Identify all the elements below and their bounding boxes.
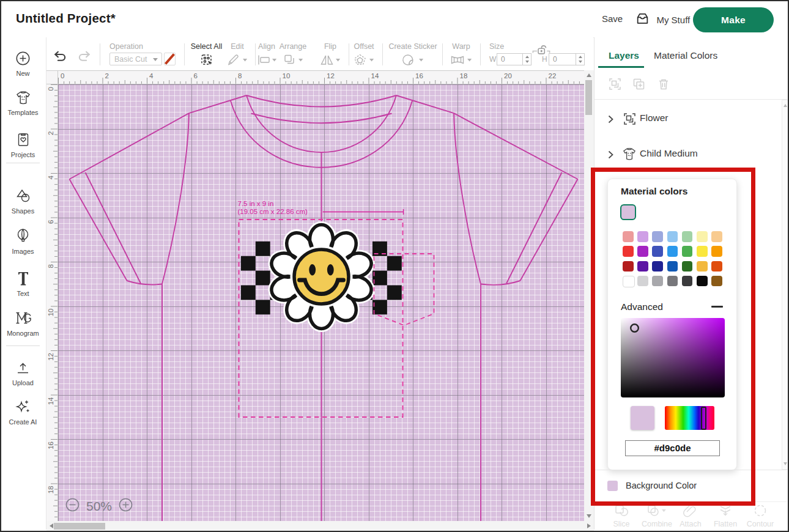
height-value: 0: [553, 55, 557, 64]
offset-icon: [350, 54, 378, 68]
hscroll-right-arrow[interactable]: [587, 523, 591, 528]
edit-icon: [225, 54, 250, 68]
operation-color-swatch[interactable]: [164, 53, 176, 65]
undo-button[interactable]: [54, 51, 67, 64]
header: Untitled Project* Save My Stuff Make: [0, 0, 787, 37]
sidebar-item-label: Monogram: [0, 330, 46, 337]
flatten-icon: [717, 504, 733, 517]
zoom-out-button[interactable]: [65, 498, 80, 514]
canvas-grid[interactable]: 7.5 in x 9 in (19.05 cm x 22.86 cm) 50%: [58, 84, 584, 521]
ruler-number: 8: [238, 72, 242, 79]
select-all-icon: [188, 54, 224, 68]
ruler-number: 10: [282, 72, 290, 79]
layer-group-button[interactable]: [609, 78, 621, 93]
vscroll-up-arrow[interactable]: [587, 73, 591, 77]
expand-chevron-icon[interactable]: [608, 150, 613, 159]
toolbar-separator-7: [480, 43, 481, 65]
edit-button[interactable]: Edit: [225, 42, 250, 68]
warp-button[interactable]: Warp: [447, 42, 475, 68]
projects-icon: [17, 139, 30, 149]
create-sticker-icon: [387, 54, 439, 68]
width-value: 0: [501, 55, 505, 64]
edit-toolbar: Operation Basic Cut Select All Edit Al: [46, 37, 593, 70]
sidebar-item-label: Images: [0, 248, 46, 255]
sidebar-item-new[interactable]: New: [0, 51, 46, 77]
ruler-number: 6: [47, 220, 54, 224]
tab-layers[interactable]: Layers: [609, 50, 639, 61]
operation-caret-icon: [153, 58, 158, 61]
create-ai-icon: [15, 406, 31, 416]
hscroll-left-arrow[interactable]: [50, 523, 53, 528]
redo-button[interactable]: [77, 51, 91, 64]
save-button[interactable]: Save: [602, 13, 623, 24]
sidebar-item-images[interactable]: Images: [0, 228, 46, 255]
toolbar-separator-5: [382, 43, 383, 65]
layer-duplicate-button[interactable]: [632, 78, 645, 93]
flatten-button[interactable]: Flatten: [711, 504, 740, 528]
combine-button[interactable]: Combine: [641, 504, 673, 528]
layer-row-flower[interactable]: Flower: [595, 106, 778, 133]
ruler-number: 20: [504, 72, 512, 79]
select-all-button[interactable]: Select All: [188, 42, 224, 68]
canvas-hscrollbar[interactable]: [46, 521, 594, 531]
toolbar-separator-1: [100, 43, 100, 65]
offset-button[interactable]: Offset: [350, 42, 378, 68]
project-title[interactable]: Untitled Project*: [16, 11, 116, 26]
zoom-in-button[interactable]: [119, 498, 133, 514]
vscroll-thumb[interactable]: [585, 80, 592, 115]
ruler-number: 16: [415, 72, 423, 79]
create-sticker-button[interactable]: Create Sticker: [387, 42, 439, 68]
sidebar-item-label: New: [0, 70, 46, 77]
sidebar-item-create-ai[interactable]: Create AI: [0, 399, 46, 426]
combine-label: Combine: [641, 520, 673, 528]
selection-dimensions-line2: (19.05 cm x 22.86 cm): [237, 208, 308, 215]
sidebar-item-templates[interactable]: Templates: [0, 91, 46, 116]
ruler-number: 12: [47, 353, 54, 361]
toolbar-separator-4: [349, 43, 349, 65]
my-stuff-button[interactable]: My Stuff: [635, 12, 690, 28]
sidebar-item-text[interactable]: Text: [0, 270, 46, 297]
layer-delete-button[interactable]: [658, 78, 670, 93]
slice-button[interactable]: Slice: [609, 504, 634, 528]
panel-scroll-up-arrow[interactable]: [783, 104, 787, 107]
zoom-controls: 50%: [65, 498, 133, 514]
selection-dimensions-line1: 7.5 in x 9 in: [237, 200, 273, 207]
height-stepper[interactable]: 0: [549, 53, 585, 65]
ruler-left: 024681012141618: [46, 84, 58, 521]
width-stepper[interactable]: 0: [497, 53, 532, 65]
height-stepper-arrows[interactable]: [576, 54, 584, 65]
ruler-number: 0: [61, 72, 64, 79]
flip-icon: [319, 54, 342, 68]
attach-label: Attach: [676, 520, 705, 528]
contour-icon: [753, 504, 768, 517]
zoom-level: 50%: [86, 499, 112, 513]
tab-layers-underline: [598, 66, 644, 68]
vscroll-down-arrow[interactable]: [587, 514, 591, 518]
hscroll-thumb[interactable]: [54, 523, 105, 530]
ruler-number: 6: [193, 72, 197, 79]
flip-button[interactable]: Flip: [319, 42, 342, 68]
tab-material-colors[interactable]: Material Colors: [654, 50, 717, 61]
panel-scroll-down-arrow[interactable]: [783, 462, 787, 465]
sidebar-item-shapes[interactable]: Shapes: [0, 188, 46, 215]
expand-chevron-icon[interactable]: [608, 115, 613, 124]
attach-button[interactable]: Attach: [676, 504, 705, 528]
sidebar-item-label: Text: [0, 290, 46, 297]
text-icon: [16, 278, 31, 288]
ruler-top: 0246810121416182022: [58, 70, 584, 84]
make-button[interactable]: Make: [693, 7, 774, 32]
flip-label: Flip: [319, 42, 342, 52]
layer-row-child-medium[interactable]: Child Medium: [595, 141, 778, 168]
sidebar-item-upload[interactable]: Upload: [0, 360, 46, 386]
panel-divider-top: [595, 99, 787, 100]
contour-button[interactable]: Contour: [745, 504, 776, 528]
sidebar-item-monogram[interactable]: Monogram: [0, 310, 46, 337]
panel-scrollbar[interactable]: [782, 100, 788, 470]
annotation-red-box: [591, 168, 755, 506]
arrange-button[interactable]: Arrange: [275, 42, 311, 68]
operation-select[interactable]: Basic Cut: [109, 53, 162, 65]
toolbar-separator-2: [184, 43, 185, 65]
canvas-area: 0246810121416182022 024681012141618: [46, 70, 595, 531]
sidebar-divider-2: [6, 345, 40, 346]
sidebar-item-projects[interactable]: Projects: [0, 132, 46, 158]
